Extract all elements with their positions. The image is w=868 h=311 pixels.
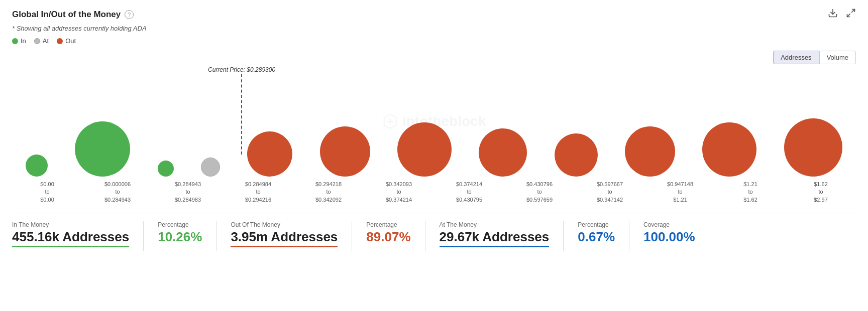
label-col-9: $0.947148to$1.21 [655,181,705,204]
labels-row: $0.00to$0.00$0.000006to$0.284943$0.28494… [12,181,856,204]
stat-divider-5 [563,221,564,251]
stat-block-5: Percentage0.67% [578,221,629,245]
bubble-9 [625,126,675,177]
legend-item-in: In [12,37,26,45]
label-col-11: $1.62to$2.97 [796,181,846,204]
volume-button[interactable]: Volume [819,51,856,64]
current-price-label: Current Price: $0.289300 [208,66,275,73]
bubble-1 [75,121,130,177]
bubble-5 [320,126,370,177]
legend-label-in: In [21,37,26,45]
stat-value-2: 3.95m Addresses [231,229,338,247]
label-col-10: $1.21to$1.62 [725,181,776,204]
label-col-1: $0.000006to$0.284943 [92,181,143,204]
bubble-wrap-6 [397,122,452,177]
legend-item-out: Out [57,37,76,45]
label-col-2: $0.284943to$0.284983 [163,181,213,204]
bubble-wrap-2 [158,161,174,177]
bubble-3 [201,158,220,177]
bubble-7 [479,128,527,177]
svg-line-2 [847,14,850,17]
stat-label-2: Out Of The Money [231,221,338,228]
stat-label-0: In The Money [12,221,129,228]
bubbles-row [12,91,856,177]
stat-divider-3 [352,221,352,251]
legend: In At Out [12,37,856,45]
label-col-5: $0.342093to$0.374214 [374,181,424,204]
stat-label-3: Percentage [366,221,410,228]
legend-dot-in [12,38,18,44]
label-col-7: $0.430796to$0.597659 [514,181,565,204]
stats-row: In The Money455.16k AddressesPercentage1… [12,214,856,251]
label-col-8: $0.597667to$0.947142 [585,181,635,204]
label-col-0: $0.00to$0.00 [22,181,72,204]
stat-value-4: 29.67k Addresses [440,229,550,247]
label-col-3: $0.284984to$0.294216 [233,181,283,204]
stat-block-4: At The Money29.67k Addresses [440,221,564,247]
stat-label-1: Percentage [158,221,202,228]
stat-divider-4 [425,221,425,251]
bubble-wrap-10 [702,122,756,177]
stat-label-5: Percentage [578,221,615,228]
chart-controls: Addresses Volume [12,51,856,64]
svg-line-1 [852,10,855,13]
addresses-button[interactable]: Addresses [773,51,819,64]
bubble-wrap-1 [75,121,130,177]
bubble-wrap-11 [784,118,842,177]
stat-divider-2 [216,221,216,251]
stat-value-6: 100.00% [643,229,695,245]
help-icon[interactable]: ? [125,10,134,19]
stat-divider-1 [143,221,144,251]
stat-value-5: 0.67% [578,229,615,245]
stat-label-4: At The Money [440,221,550,228]
stat-block-0: In The Money455.16k Addresses [12,221,143,247]
bubble-0 [26,154,48,177]
legend-label-at: At [43,37,49,45]
title-area: Global In/Out of the Money ? [12,10,134,20]
legend-dot-at [34,38,40,44]
bubble-11 [784,118,842,177]
bubble-wrap-4 [247,131,292,177]
legend-item-at: At [34,37,49,45]
stat-block-2: Out Of The Money3.95m Addresses [231,221,352,247]
legend-dot-out [57,38,63,44]
bubble-wrap-9 [625,126,675,177]
bubble-wrap-3 [201,158,220,177]
header-icons [828,8,856,21]
bubble-2 [158,161,174,177]
header-row: Global In/Out of the Money ? [12,8,856,21]
download-icon[interactable] [828,8,838,21]
bubble-4 [247,131,292,177]
bubble-wrap-8 [555,133,598,177]
page-title: Global In/Out of the Money [12,10,121,20]
chart-area: Current Price: $0.289300 intotheblock [12,66,856,177]
stat-value-0: 455.16k Addresses [12,229,129,247]
stat-divider-6 [629,221,629,251]
stat-block-3: Percentage89.07% [366,221,424,245]
expand-icon[interactable] [846,8,856,21]
stat-block-1: Percentage10.26% [158,221,216,245]
label-col-4: $0.294218to$0.342092 [303,181,354,204]
bubble-wrap-7 [479,128,527,177]
stat-label-6: Coverage [643,221,695,228]
stat-value-3: 89.07% [366,229,410,245]
stat-block-6: Coverage100.00% [643,221,709,245]
legend-label-out: Out [65,37,76,45]
bubble-6 [397,122,452,177]
main-container: Global In/Out of the Money ? [0,0,868,311]
subtitle: * Showing all addresses currently holdin… [12,25,856,32]
bubble-wrap-5 [320,126,370,177]
bubble-10 [702,122,756,177]
stat-value-1: 10.26% [158,229,202,245]
label-col-6: $0.374214to$0.430795 [444,181,494,204]
bubble-8 [555,133,598,177]
bubble-wrap-0 [26,154,48,177]
